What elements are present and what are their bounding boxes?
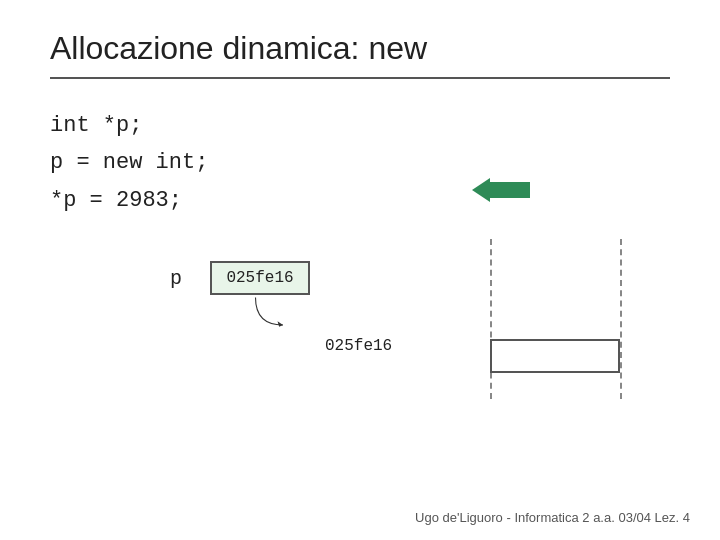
footer-text: Ugo de'Liguoro - Informatica 2 a.a. 03/0… — [415, 510, 690, 525]
arrow-body-icon — [490, 182, 530, 198]
mem-cell — [490, 339, 620, 373]
arrow-annotation — [472, 178, 530, 202]
memory-area — [490, 239, 690, 399]
mem-border-left — [490, 239, 492, 399]
slide: Allocazione dinamica: new int *p; p = ne… — [0, 0, 720, 540]
code-line-2: p = new int; — [50, 150, 208, 175]
slide-title: Allocazione dinamica: new — [50, 30, 670, 67]
mem-address-label: 025fe16 — [325, 337, 392, 355]
memory-diagram: p 025fe16 025fe16 — [110, 249, 670, 409]
mem-border-right — [620, 239, 622, 399]
code-block: int *p; p = new int; *p = 2983; — [50, 107, 670, 219]
code-line-3: *p = 2983; — [50, 182, 670, 219]
code-line-2-container: p = new int; — [50, 144, 670, 181]
svg-marker-0 — [278, 321, 284, 327]
code-line-1: int *p; — [50, 107, 670, 144]
p-variable-label: p — [170, 267, 182, 290]
title-divider — [50, 77, 670, 79]
arrow-head-icon — [472, 178, 490, 202]
